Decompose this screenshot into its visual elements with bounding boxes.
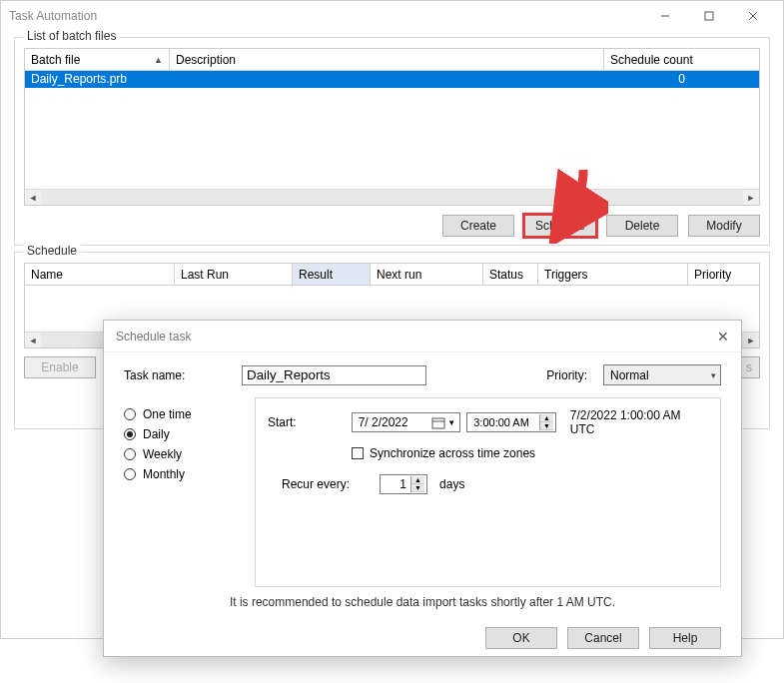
task-name-row: Task name: Priority: Normal ▾ (124, 364, 721, 385)
scroll-right-icon[interactable]: ► (743, 333, 759, 347)
cell-description (170, 71, 604, 88)
radio-daily[interactable]: Daily (124, 427, 239, 441)
scroll-right-icon[interactable]: ► (743, 190, 759, 205)
task-name-label: Task name: (124, 368, 234, 382)
cell-count: 0 (604, 71, 759, 88)
scroll-track[interactable] (41, 190, 743, 205)
sync-row: Synchronize across time zones (352, 446, 708, 460)
recur-label: Recur every: (282, 477, 350, 491)
help-button[interactable]: Help (649, 627, 721, 649)
table-row[interactable]: Daily_Reports.prb 0 (25, 71, 759, 88)
col-result[interactable]: Result (293, 264, 371, 285)
priority-label: Priority: (546, 368, 587, 382)
titlebar: Task Automation (1, 1, 783, 31)
col-batch-file-label: Batch file (31, 53, 80, 67)
col-triggers[interactable]: Triggers (538, 264, 688, 285)
recur-value: 1 (387, 477, 410, 491)
col-schedule-count-label: Schedule count (610, 53, 693, 67)
chevron-down-icon: ▼ (447, 418, 455, 427)
priority-select[interactable]: Normal ▾ (603, 364, 721, 385)
batch-files-group: List of batch files Batch file ▲ Descrip… (14, 37, 770, 246)
close-button[interactable] (731, 2, 775, 30)
dialog-close-icon[interactable]: ✕ (699, 329, 729, 344)
scroll-left-icon[interactable]: ◄ (25, 190, 41, 205)
batch-buttons-row: Create Schedule Delete Modify (24, 215, 760, 237)
radio-monthly[interactable]: Monthly (124, 467, 239, 481)
cancel-button[interactable]: Cancel (567, 627, 639, 649)
batch-table-header: Batch file ▲ Description Schedule count (25, 49, 759, 71)
dialog-buttons: OK Cancel Help (104, 627, 741, 661)
col-status[interactable]: Status (483, 264, 538, 285)
start-time-value: 3:00:00 AM (473, 416, 529, 428)
batch-table: Batch file ▲ Description Schedule count … (24, 48, 760, 206)
start-date-input[interactable]: 7/ 2/2022 ▼ (352, 412, 461, 432)
hint-text: It is recommended to schedule data impor… (124, 595, 721, 609)
recur-spinner[interactable]: ▲▼ (410, 476, 424, 492)
svg-rect-4 (432, 418, 444, 428)
cell-file: Daily_Reports.prb (25, 71, 170, 88)
svg-rect-1 (705, 12, 713, 20)
start-time-input[interactable]: 3:00:00 AM ▲▼ (466, 412, 556, 432)
col-priority[interactable]: Priority (688, 264, 759, 285)
radio-icon (124, 468, 136, 480)
minimize-button[interactable] (643, 2, 687, 30)
radio-one-time[interactable]: One time (124, 407, 239, 421)
start-date-value: 7/ 2/2022 (359, 415, 408, 429)
horizontal-scrollbar[interactable]: ◄ ► (25, 189, 759, 205)
priority-value: Normal (610, 368, 649, 382)
col-schedule-count[interactable]: Schedule count (604, 49, 759, 70)
radio-weekly[interactable]: Weekly (124, 447, 239, 461)
sync-label: Synchronize across time zones (370, 446, 535, 460)
chevron-down-icon: ▾ (711, 370, 716, 380)
col-last-run[interactable]: Last Run (175, 264, 293, 285)
window-controls (643, 2, 775, 30)
window-title: Task Automation (9, 9, 643, 23)
batch-table-body: Daily_Reports.prb 0 (25, 71, 759, 189)
dialog-body: Task name: Priority: Normal ▾ One time D… (104, 352, 741, 627)
radio-icon (124, 428, 136, 440)
recur-row: Recur every: 1 ▲▼ days (282, 474, 708, 494)
col-next-run[interactable]: Next run (371, 264, 483, 285)
start-row: Start: 7/ 2/2022 ▼ 3:00:00 AM ▲▼ 7/2/202… (268, 408, 708, 436)
radio-icon (124, 448, 136, 460)
scroll-left-icon[interactable]: ◄ (25, 333, 41, 347)
dialog-titlebar: Schedule task ✕ (104, 321, 741, 352)
dialog-title: Schedule task (116, 330, 191, 343)
spin-down-icon: ▼ (411, 484, 424, 492)
spin-up-icon: ▲ (411, 476, 424, 484)
enable-button[interactable]: Enable (24, 356, 96, 378)
maximize-button[interactable] (687, 2, 731, 30)
create-button[interactable]: Create (442, 215, 514, 237)
schedule-group-label: Schedule (23, 244, 81, 258)
sync-checkbox[interactable] (352, 447, 364, 459)
frequency-radios: One time Daily Weekly Monthly (124, 397, 239, 587)
start-label: Start: (268, 415, 346, 429)
task-name-input[interactable] (242, 365, 426, 385)
modify-button[interactable]: Modify (688, 215, 760, 237)
spin-up-icon: ▲ (540, 414, 553, 422)
calendar-icon (431, 415, 445, 429)
ok-button[interactable]: OK (485, 627, 557, 649)
schedule-columns: One time Daily Weekly Monthly Start: 7/ … (124, 397, 721, 587)
radio-icon (124, 408, 136, 420)
batch-group-label: List of batch files (23, 29, 120, 43)
time-spinner[interactable]: ▲▼ (539, 414, 553, 430)
col-description[interactable]: Description (170, 49, 604, 70)
col-description-label: Description (176, 53, 236, 67)
col-name[interactable]: Name (25, 264, 175, 285)
utc-text: 7/2/2022 1:00:00 AM UTC (570, 408, 708, 436)
sort-asc-icon: ▲ (154, 55, 163, 65)
col-batch-file[interactable]: Batch file ▲ (25, 49, 170, 70)
days-label: days (439, 477, 464, 491)
schedule-button[interactable]: Schedule (524, 215, 596, 237)
schedule-task-dialog: Schedule task ✕ Task name: Priority: Nor… (103, 320, 742, 657)
spin-down-icon: ▼ (540, 422, 553, 430)
schedule-table-header: Name Last Run Result Next run Status Tri… (25, 264, 759, 286)
schedule-panel: Start: 7/ 2/2022 ▼ 3:00:00 AM ▲▼ 7/2/202… (255, 397, 721, 587)
delete-button[interactable]: Delete (606, 215, 678, 237)
recur-input[interactable]: 1 ▲▼ (380, 474, 427, 494)
